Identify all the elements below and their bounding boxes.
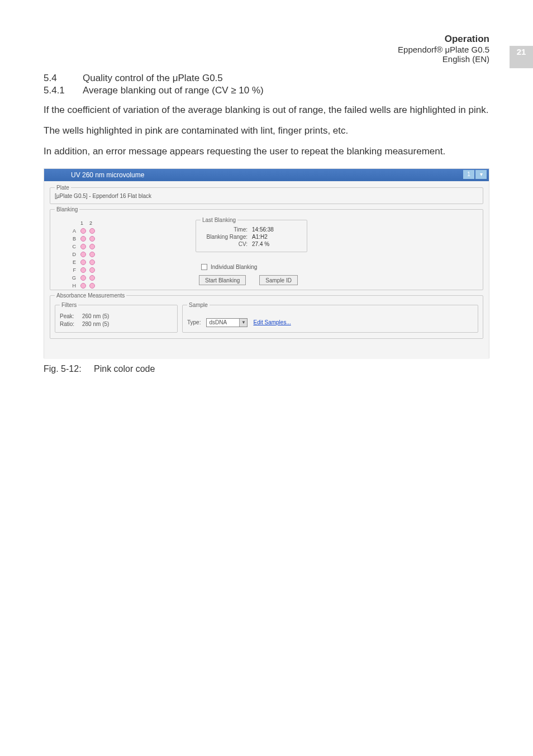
lb-cv-key: CV: (201, 241, 248, 247)
individual-blanking-label: Individual Blanking (211, 264, 257, 270)
filters-legend: Filters (60, 302, 78, 308)
titlebar-badge[interactable]: 1 (463, 170, 474, 179)
well-g2[interactable] (89, 275, 95, 281)
well-row-a-label: A (69, 228, 76, 234)
sample-group: Sample Type: dsDNA ▼ Edit Samples... (182, 302, 478, 333)
plate-legend: Plate (55, 185, 71, 191)
absorbance-legend: Absorbance Measurements (55, 292, 126, 299)
page-number: 21 (510, 46, 533, 68)
well-row-c-label: C (69, 244, 76, 249)
well-col-1: 1 (80, 220, 89, 226)
plate-value: [µPlate G0.5] - Eppendorf 16 Flat black (55, 193, 478, 199)
filters-ratio-key: Ratio: (60, 321, 82, 327)
absorbance-group: Absorbance Measurements Filters Peak:260… (50, 292, 483, 339)
sample-id-button[interactable]: Sample ID (259, 275, 298, 285)
lb-time-val: 14:56:38 (252, 226, 274, 233)
figure-number: Fig. 5-12: (44, 364, 94, 374)
filters-peak-val: 260 nm (5) (82, 313, 109, 319)
blanking-group: Blanking 1 2 A B C D E F G H (50, 206, 483, 290)
lb-range-key: Blanking Range: (201, 234, 248, 240)
lb-range-val: A1:H2 (252, 234, 268, 240)
well-row-g-label: G (69, 275, 76, 281)
section-title-5-4: Quality control of the μPlate G0.5 (83, 73, 223, 84)
edit-samples-link[interactable]: Edit Samples... (253, 319, 291, 325)
well-row-f-label: F (69, 267, 76, 273)
last-blanking-group: Last Blanking Time:14:56:38 Blanking Ran… (196, 217, 307, 252)
well-row-b-label: B (69, 236, 76, 242)
sample-legend: Sample (187, 302, 210, 308)
body-paragraph-1: If the coefficient of variation of the a… (44, 104, 489, 117)
well-b1[interactable] (80, 236, 86, 242)
well-row-h-label: H (69, 283, 76, 289)
sample-type-select[interactable]: dsDNA ▼ (206, 318, 248, 327)
blanking-legend: Blanking (55, 206, 79, 212)
window-title: UV 260 nm microvolume (71, 171, 144, 179)
well-d2[interactable] (89, 252, 95, 257)
well-a1[interactable] (80, 228, 86, 234)
last-blanking-legend: Last Blanking (201, 217, 237, 223)
well-e2[interactable] (89, 259, 95, 265)
plate-group: Plate [µPlate G0.5] - Eppendorf 16 Flat … (50, 185, 483, 204)
filters-ratio-val: 280 nm (5) (82, 321, 109, 327)
well-b2[interactable] (89, 236, 95, 242)
section-number-5-4: 5.4 (44, 73, 83, 84)
start-blanking-button[interactable]: Start Blanking (199, 275, 246, 285)
body-paragraph-2: The wells highlighted in pink are contam… (44, 125, 489, 138)
well-h2[interactable] (89, 283, 95, 289)
lb-time-key: Time: (201, 226, 248, 233)
well-e1[interactable] (80, 259, 86, 265)
chevron-down-icon: ▼ (239, 319, 247, 327)
header-section-title: Operation (322, 34, 489, 45)
well-row-e-label: E (69, 259, 76, 265)
header-product: Eppendorf® μPlate G0.5 (322, 45, 489, 54)
header-language: English (EN) (322, 54, 489, 64)
window-titlebar: UV 260 nm microvolume 1 ▾ (44, 169, 489, 181)
sample-type-key: Type: (187, 319, 201, 325)
well-grid: 1 2 A B C D E F G H (69, 219, 98, 290)
well-d1[interactable] (80, 252, 86, 257)
titlebar-dropdown-icon[interactable]: ▾ (475, 170, 487, 179)
well-col-2: 2 (89, 220, 98, 226)
well-a2[interactable] (89, 228, 95, 234)
section-title-5-4-1: Average blanking out of range (CV ≥ 10 %… (83, 85, 264, 96)
body-paragraph-3: In addition, an error message appears re… (44, 145, 489, 158)
app-screenshot: UV 260 nm microvolume 1 ▾ Plate [µPlate … (44, 168, 489, 358)
filters-peak-key: Peak: (60, 313, 82, 319)
well-row-d-label: D (69, 252, 76, 257)
filters-group: Filters Peak:260 nm (5) Ratio:280 nm (5) (55, 302, 178, 333)
well-c1[interactable] (80, 244, 86, 249)
well-c2[interactable] (89, 244, 95, 249)
sample-type-value: dsDNA (209, 319, 227, 325)
well-h1[interactable] (80, 283, 86, 289)
figure-caption: Pink color code (94, 364, 155, 374)
lb-cv-val: 27.4 % (252, 241, 269, 247)
well-f2[interactable] (89, 267, 95, 273)
section-number-5-4-1: 5.4.1 (44, 85, 83, 96)
individual-blanking-checkbox[interactable] (201, 264, 207, 270)
well-g1[interactable] (80, 275, 86, 281)
well-f1[interactable] (80, 267, 86, 273)
